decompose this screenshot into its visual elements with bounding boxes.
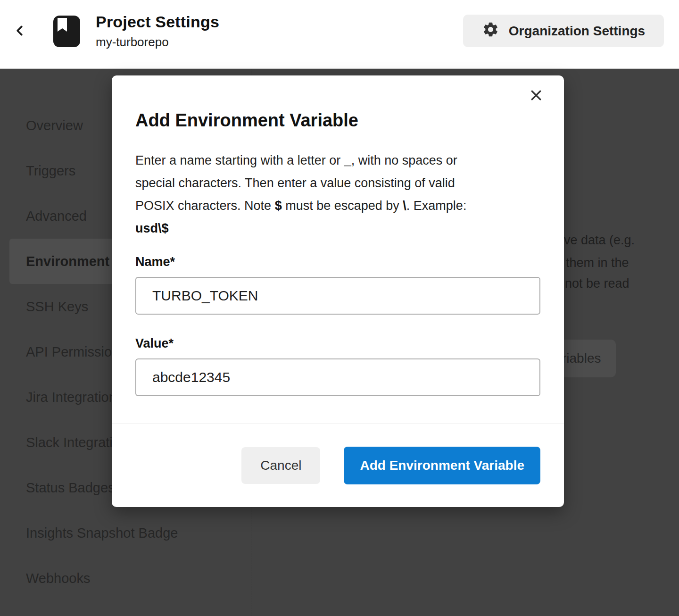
page-header: Project Settings my-turborepo Organizati… (0, 0, 679, 69)
app-window: Project Settings my-turborepo Organizati… (0, 0, 679, 616)
cancel-button[interactable]: Cancel (241, 447, 320, 484)
add-environment-variable-dialog: Add Environment Variable Enter a name st… (112, 75, 564, 507)
close-icon (529, 88, 543, 104)
organization-settings-label: Organization Settings (509, 24, 645, 39)
background-text-fragment: not be read (565, 277, 629, 290)
name-input[interactable] (135, 277, 540, 315)
bookmark-ribbon-icon (58, 18, 67, 32)
project-name: my-turborepo (96, 35, 219, 50)
sidebar-item-insights-snapshot-badge[interactable]: Insights Snapshot Badge (9, 510, 241, 556)
page-title: Project Settings (96, 13, 219, 31)
name-field-label: Name* (135, 254, 540, 270)
dialog-description: Enter a name starting with a letter or _… (135, 149, 540, 240)
background-button-fragment[interactable]: riables (559, 340, 616, 377)
dialog-title: Add Environment Variable (135, 109, 540, 131)
back-button[interactable] (10, 20, 29, 42)
gear-icon (482, 21, 499, 42)
chevron-left-icon (14, 21, 26, 42)
dialog-footer: Cancel Add Environment Variable (112, 424, 564, 507)
sidebar-item-webhooks[interactable]: Webhooks (9, 556, 241, 601)
organization-settings-button[interactable]: Organization Settings (463, 15, 664, 47)
close-button[interactable] (526, 86, 546, 106)
value-input[interactable] (135, 358, 540, 396)
project-bookmark-icon (53, 16, 80, 47)
add-environment-variable-button[interactable]: Add Environment Variable (344, 447, 540, 484)
background-text-fragment: ve data (e.g. (564, 234, 635, 247)
background-text-fragment: them in the (566, 257, 629, 269)
value-field-label: Value* (135, 335, 540, 351)
